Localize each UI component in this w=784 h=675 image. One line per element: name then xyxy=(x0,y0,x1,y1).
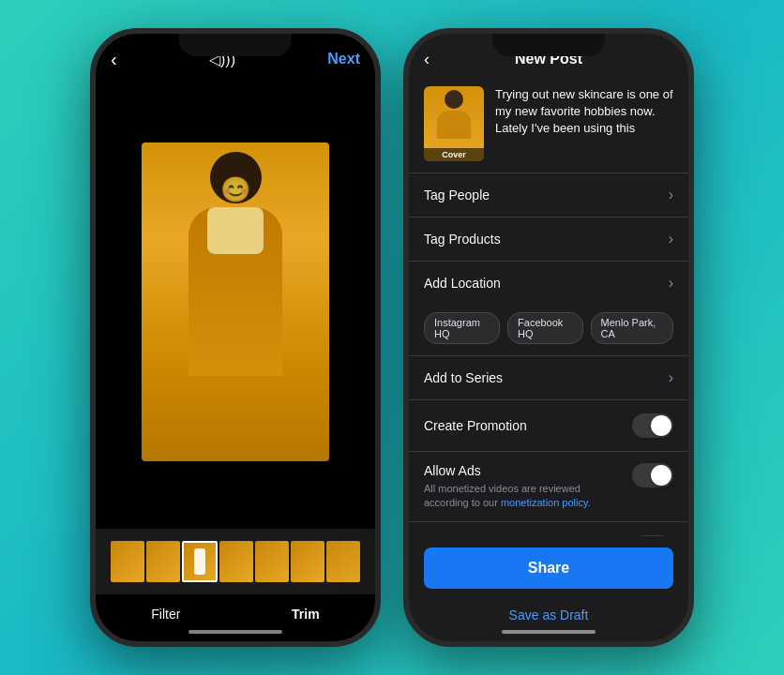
create-promotion-item[interactable]: Create Promotion xyxy=(409,400,688,452)
chevron-icon: › xyxy=(669,369,673,386)
video-area: 😊 xyxy=(96,75,375,529)
back-button-left[interactable]: ‹ xyxy=(111,49,117,70)
location-tag-facebook[interactable]: Facebook HQ xyxy=(507,312,583,344)
timeline-frame xyxy=(326,541,360,582)
create-promotion-toggle[interactable] xyxy=(632,413,673,438)
add-location-label: Add Location xyxy=(424,276,501,291)
create-promotion-label: Create Promotion xyxy=(424,418,527,433)
right-screen: 9:41 ⌘ ▐ ‹ New Post xyxy=(409,34,688,641)
allow-ads-sublabel: All monetized videos are reviewed accord… xyxy=(424,482,621,511)
next-button[interactable]: Next xyxy=(327,51,360,68)
add-location-item[interactable]: Add Location › xyxy=(409,262,688,305)
back-button-right[interactable]: ‹ xyxy=(424,50,430,69)
person-body xyxy=(188,207,282,376)
save-draft-button[interactable]: Save as Draft xyxy=(424,600,673,630)
post-caption[interactable]: Trying out new skincare is one of my new… xyxy=(495,86,673,161)
thumb-body xyxy=(437,111,471,139)
allow-ads-text: Allow Ads All monetized videos are revie… xyxy=(424,463,621,511)
timeline-frame xyxy=(111,541,144,582)
timeline-frame xyxy=(255,541,289,582)
trim-button[interactable]: Trim xyxy=(292,607,320,622)
timeline-frame xyxy=(291,541,324,582)
bottom-actions: Share Save as Draft xyxy=(409,536,688,641)
timeline-frame xyxy=(146,541,180,582)
home-indicator-right xyxy=(502,630,596,634)
menu-section: Tag People › Tag Products › Add Location… xyxy=(409,173,688,537)
home-indicator xyxy=(188,630,282,634)
cover-label: Cover xyxy=(424,148,484,161)
allow-ads-label: Allow Ads xyxy=(424,463,621,478)
left-screen: 9:41 ⌘ ▐ ‹ ◁))) Next xyxy=(96,34,375,641)
tag-products-label: Tag Products xyxy=(424,232,501,247)
post-preview: Cover Trying out new skincare is one of … xyxy=(409,75,688,172)
chevron-icon: › xyxy=(669,187,673,203)
add-to-series-item[interactable]: Add to Series › xyxy=(409,356,688,400)
timeline-frame-active xyxy=(182,541,218,582)
notch xyxy=(179,34,292,56)
monetization-policy-link[interactable]: monetization policy. xyxy=(501,497,591,508)
chevron-icon: › xyxy=(669,275,673,292)
allow-ads-item: Allow Ads All monetized videos are revie… xyxy=(409,452,688,523)
timeline-frame xyxy=(219,541,253,582)
left-phone: 9:41 ⌘ ▐ ‹ ◁))) Next xyxy=(90,28,381,647)
share-button[interactable]: Share xyxy=(424,548,673,589)
allow-ads-toggle[interactable] xyxy=(632,463,673,488)
timeline-bar[interactable] xyxy=(96,529,375,594)
share-to-facebook-item[interactable]: Share to Facebook xyxy=(409,522,688,536)
right-phone: 9:41 ⌘ ▐ ‹ New Post xyxy=(403,28,694,647)
tag-people-label: Tag People xyxy=(424,188,490,202)
thumb-head xyxy=(445,90,463,109)
location-tag-instagram[interactable]: Instagram HQ xyxy=(424,312,500,344)
post-thumbnail: Cover xyxy=(424,86,484,161)
location-tag-menlo[interactable]: Menlo Park, CA xyxy=(591,312,673,344)
tag-products-item[interactable]: Tag Products › xyxy=(409,218,688,262)
add-to-series-label: Add to Series xyxy=(424,370,503,385)
location-tags: Instagram HQ Facebook HQ Menlo Park, CA xyxy=(409,305,688,356)
notch-right xyxy=(492,34,605,56)
video-preview: 😊 xyxy=(142,142,329,461)
filter-button[interactable]: Filter xyxy=(151,607,180,622)
chevron-icon: › xyxy=(669,231,673,248)
filter-trim-bar: Filter Trim xyxy=(96,594,375,641)
face-emoji: 😊 xyxy=(220,175,250,204)
tag-people-item[interactable]: Tag People › xyxy=(409,173,688,218)
